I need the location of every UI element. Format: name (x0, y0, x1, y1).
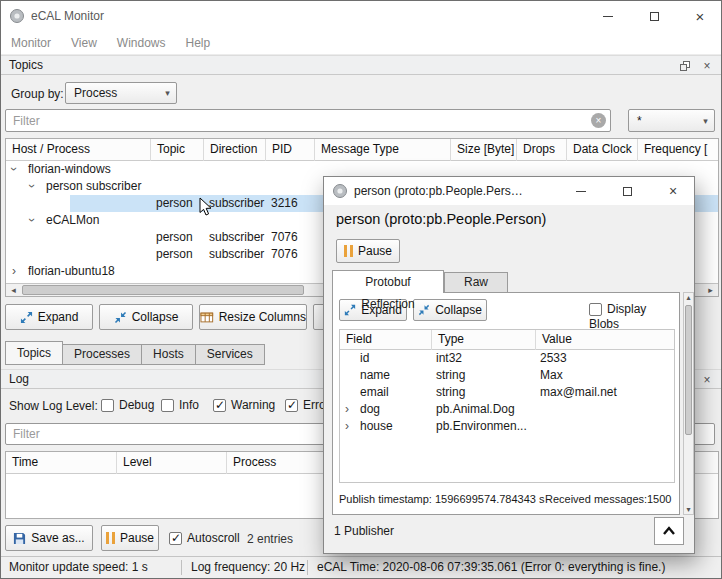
dialog-minimize-button[interactable] (558, 177, 604, 205)
scroll-right-icon[interactable]: ▸ (703, 284, 718, 296)
menu-view[interactable]: View (61, 31, 107, 54)
chevron-expanded-icon[interactable]: › (8, 167, 20, 171)
tab-hosts[interactable]: Hosts (141, 344, 196, 365)
scrollbar-thumb[interactable] (685, 305, 692, 435)
info-checkbox[interactable]: Info (161, 398, 199, 413)
pause-icon (106, 532, 115, 544)
col-type[interactable]: Type (432, 330, 536, 350)
collapse-button[interactable]: Collapse (99, 304, 193, 330)
resize-columns-button[interactable]: Resize Columns (199, 304, 307, 330)
reflection-dialog: person (proto:pb.People.Person) - eCA...… (323, 176, 695, 554)
cell-pid: 7076 (271, 246, 298, 263)
col-frequency[interactable]: Frequency [ (638, 139, 718, 161)
field-row-id[interactable]: id int32 2533 (340, 350, 674, 367)
received-messages-value: 1500 (647, 493, 671, 505)
close-panel-button[interactable]: × (699, 372, 715, 387)
collapse-icon (114, 311, 127, 324)
cell-topic: person (156, 195, 193, 212)
scroll-up-icon[interactable]: ▴ (684, 293, 693, 302)
maximize-button[interactable] (631, 1, 677, 31)
topics-panel-header: Topics × (1, 55, 721, 75)
col-host-process[interactable]: Host / Process (6, 139, 151, 161)
expand-window-button[interactable] (654, 517, 684, 545)
scroll-down-icon[interactable]: ▾ (684, 505, 693, 514)
warning-checkbox[interactable]: Warning (213, 398, 275, 413)
field-table-header: Field Type Value (340, 330, 674, 350)
autoscroll-checkbox[interactable]: Autoscroll (169, 531, 240, 546)
chevron-up-icon (662, 526, 676, 536)
field-row-dog[interactable]: › dog pb.Animal.Dog (340, 401, 674, 418)
col-topic[interactable]: Topic (151, 139, 204, 161)
col-direction[interactable]: Direction (204, 139, 266, 161)
dialog-vscrollbar[interactable]: ▴ ▾ (683, 292, 694, 515)
view-tabs: Topics Processes Hosts Services (5, 341, 264, 365)
menu-monitor[interactable]: Monitor (1, 31, 61, 54)
float-panel-button[interactable] (677, 58, 693, 73)
window-title: eCAL Monitor (31, 9, 104, 23)
chevron-down-icon: ▾ (697, 116, 714, 126)
close-panel-button[interactable]: × (699, 58, 715, 73)
host-label: florian-windows (28, 161, 111, 178)
chevron-collapsed-icon[interactable]: › (12, 265, 16, 277)
field-row-email[interactable]: email string max@mail.net (340, 384, 674, 401)
log-pause-button[interactable]: Pause (101, 525, 159, 551)
menu-help[interactable]: Help (176, 31, 221, 54)
tab-raw-data[interactable]: Raw Data (444, 272, 508, 293)
chevron-collapsed-icon[interactable]: › (345, 420, 349, 432)
menu-windows[interactable]: Windows (107, 31, 176, 54)
chevron-collapsed-icon[interactable]: › (345, 403, 349, 415)
filter-mode-combo[interactable]: * ▾ (628, 109, 715, 132)
tab-services[interactable]: Services (195, 344, 265, 365)
col-message-type[interactable]: Message Type (315, 139, 451, 161)
topics-panel-title: Topics (9, 56, 43, 74)
expand-button[interactable]: Expand (5, 304, 93, 330)
dialog-maximize-button[interactable] (604, 177, 650, 205)
col-data-clock[interactable]: Data Clock (567, 139, 638, 161)
cell-topic: person (156, 246, 193, 263)
tab-topics[interactable]: Topics (5, 341, 63, 365)
group-by-label: Group by: (11, 87, 64, 101)
close-icon: × (696, 8, 705, 25)
topics-filter-input[interactable] (6, 110, 610, 131)
field-row-name[interactable]: name string Max (340, 367, 674, 384)
topics-table-header: Host / Process Topic Direction PID Messa… (6, 139, 718, 161)
entries-count: 2 entries (247, 532, 293, 546)
display-blobs-checkbox[interactable]: Display Blobs (589, 302, 679, 332)
minimize-icon (576, 191, 586, 192)
field-table: Field Type Value id int32 2533 name stri… (339, 329, 675, 483)
col-value[interactable]: Value (536, 330, 675, 350)
dialog-collapse-button[interactable]: Collapse (413, 299, 487, 321)
dialog-close-button[interactable]: × (650, 177, 696, 205)
col-drops[interactable]: Drops (517, 139, 567, 161)
maximize-icon (650, 12, 659, 21)
tab-processes[interactable]: Processes (62, 344, 142, 365)
chevron-expanded-icon[interactable]: › (26, 218, 38, 222)
col-time[interactable]: Time (6, 452, 117, 474)
dialog-pause-button[interactable]: Pause (336, 239, 400, 263)
debug-checkbox[interactable]: Debug (101, 398, 154, 413)
col-field[interactable]: Field (340, 330, 432, 350)
group-label: eCALMon (46, 212, 99, 229)
close-icon: × (703, 373, 710, 387)
group-by-combo[interactable]: Process ▾ (65, 82, 177, 104)
dialog-app-icon (332, 183, 348, 202)
log-level-label: Show Log Level: (9, 399, 98, 413)
chevron-expanded-icon[interactable]: › (26, 184, 38, 188)
clear-filter-icon[interactable]: × (591, 113, 606, 128)
dialog-heading: person (proto:pb.People.Person) (336, 211, 546, 227)
cell-pid: 3216 (271, 195, 298, 212)
close-button[interactable]: × (677, 1, 722, 31)
checkbox-checked-icon (169, 532, 182, 545)
cell-pid: 7076 (271, 229, 298, 246)
col-size[interactable]: Size [Byte] (451, 139, 517, 161)
filter-mode-value: * (629, 114, 697, 128)
scrollbar-thumb[interactable] (22, 285, 304, 295)
minimize-button[interactable] (585, 1, 631, 31)
cell-direction: subscriber (209, 246, 264, 263)
save-as-button[interactable]: Save as... (5, 525, 93, 551)
col-pid[interactable]: PID (266, 139, 315, 161)
scroll-left-icon[interactable]: ◂ (6, 284, 21, 296)
field-row-house[interactable]: › house pb.Environmen... (340, 418, 674, 435)
tab-protobuf-reflection[interactable]: Protobuf Reflection (332, 270, 444, 293)
col-level[interactable]: Level (117, 452, 227, 474)
